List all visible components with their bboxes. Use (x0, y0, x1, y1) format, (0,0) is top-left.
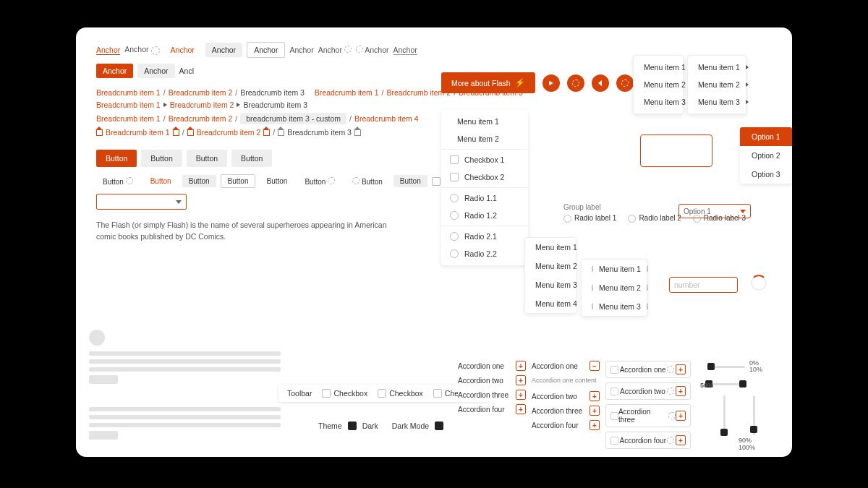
menu-submenu: Menu item 1 Menu item 2 Menu item 3 (687, 55, 746, 114)
settings-button[interactable] (616, 74, 634, 92)
menu-item[interactable]: Menu item 2 (688, 76, 746, 93)
menu-item[interactable]: Menu item 1 (582, 260, 647, 278)
gear-icon (126, 177, 133, 184)
button[interactable]: Button (346, 175, 389, 188)
accordion-item[interactable]: Accordion four+ (532, 420, 600, 430)
menu-item[interactable]: Menu item 2 (582, 278, 647, 297)
home-icon (263, 129, 270, 136)
menu-item[interactable]: Menu item 1 (634, 59, 683, 76)
slider-vertical[interactable]: 90%100% (739, 395, 755, 451)
expand-icon: + (516, 390, 526, 400)
arrow-icon (237, 103, 240, 107)
slider-vertical[interactable] (709, 395, 726, 451)
button[interactable]: Button (298, 175, 341, 188)
menu-item[interactable]: Menu item 1 (525, 238, 576, 257)
button[interactable]: Button (221, 174, 256, 188)
button[interactable]: Button (96, 175, 140, 188)
accordion-group: Accordion one+ Accordion two+ Accordion … (605, 361, 691, 449)
breadcrumb-item[interactable]: Breadcrumb item 1 (96, 88, 161, 97)
breadcrumb-item[interactable]: Breadcrumb item 2 (197, 128, 261, 137)
anchor-button[interactable]: Anchor (137, 64, 174, 78)
accordion-item[interactable]: Accordion one− (532, 361, 600, 371)
menu-item[interactable]: Menu item 2 (525, 257, 576, 275)
anchor-button[interactable]: Anchor (96, 64, 133, 78)
anchor-link[interactable]: Anchor (247, 42, 285, 58)
breadcrumb-item[interactable]: Breadcrumb item 1 (96, 114, 161, 123)
slider[interactable]: 0%10% (709, 360, 762, 373)
button-secondary[interactable]: Button (187, 150, 227, 167)
nav-next-button[interactable] (542, 74, 560, 92)
gear-icon (356, 46, 363, 53)
menu-item[interactable]: Menu item 3 (688, 93, 746, 111)
accordion-item[interactable]: Accordion two+ (458, 375, 526, 385)
settings-button[interactable] (567, 74, 584, 92)
menu-item[interactable]: Menu item 1 (441, 113, 528, 130)
toolbar-checkbox[interactable]: Checkbox (322, 389, 367, 398)
breadcrumb-item[interactable]: Breadcrumb item 1 (315, 88, 379, 97)
breadcrumb-item[interactable]: Breadcrumb item 2 (169, 88, 233, 97)
accordion-item[interactable]: Accordion four+ (458, 404, 526, 414)
menu-item[interactable]: Menu item 4 (525, 294, 576, 313)
accordion-item[interactable]: Accordion one+ (458, 361, 526, 371)
radio[interactable]: Radio label 1 (563, 214, 616, 223)
breadcrumb-item[interactable]: Breadcrumb item 1 (96, 100, 161, 109)
theme-switch[interactable] (435, 421, 443, 430)
button-secondary[interactable]: Button (141, 150, 182, 167)
anchor-link[interactable]: Anchor (318, 46, 352, 54)
accordion-item[interactable]: Accordion four+ (605, 432, 691, 449)
anchor-link[interactable]: Anchor (205, 43, 242, 57)
accordion-item[interactable]: Accordion two+ (605, 382, 691, 400)
menu-iconed: Menu item 1 Menu item 2 Menu item 3 (581, 259, 647, 317)
radio[interactable]: Radio 1.1 (441, 189, 528, 207)
button[interactable]: Button (144, 175, 178, 187)
anchor-link[interactable]: Anchor (393, 46, 417, 55)
breadcrumb-item[interactable]: Breadcrumb item 4 (354, 114, 419, 123)
button[interactable]: Button (182, 175, 216, 187)
breadcrumb-item[interactable]: Breadcrumb item 1 (106, 128, 170, 137)
anchor-link[interactable]: Anchor (289, 46, 313, 54)
accordion-item[interactable]: Accordion one+ (605, 361, 691, 378)
menu-item[interactable]: Menu item 3 (582, 297, 647, 316)
slider[interactable]: 50% (709, 383, 762, 385)
menu-item[interactable]: Menu item 1 (688, 59, 746, 76)
toolbar-checkbox[interactable]: Checkbox (378, 389, 423, 398)
breadcrumb-item[interactable]: Breadcrumb item 2 (170, 100, 234, 109)
expand-icon: + (516, 361, 526, 371)
more-about-flash-button[interactable]: More about Flash (441, 72, 535, 93)
combobox[interactable] (96, 194, 187, 210)
button-secondary[interactable]: Button (231, 150, 272, 167)
breadcrumb-item[interactable]: Breadcrumb item 2 (169, 114, 233, 123)
anchor-link[interactable]: Anchor (96, 46, 120, 55)
menu-item[interactable]: Menu item 2 (634, 76, 683, 93)
accordion-item[interactable]: Accordion three+ (605, 404, 691, 427)
gear-icon (344, 46, 352, 53)
accordion-item[interactable]: Accordion three+ (458, 390, 526, 400)
menu-item[interactable]: Menu item 2 (441, 130, 528, 147)
listbox-option[interactable]: Option 1 (740, 127, 792, 146)
theme-switch[interactable] (348, 421, 357, 430)
gear-icon (328, 177, 335, 184)
radio[interactable]: Radio label 2 (628, 214, 681, 223)
radio[interactable]: Radio 2.1 (441, 228, 528, 245)
button[interactable]: Button (393, 175, 427, 187)
checkbox[interactable]: Checkbox 2 (441, 168, 528, 186)
accordion-item[interactable]: Accordion three+ (532, 406, 600, 416)
listbox-option[interactable]: Option 2 (740, 146, 792, 165)
anchor-link[interactable]: Anchor (356, 46, 389, 54)
accordion-item[interactable]: Accordion two+ (532, 391, 600, 401)
anchor-link[interactable]: Anchor (164, 43, 201, 57)
listbox-option[interactable]: Option 3 (740, 165, 792, 184)
radio[interactable]: Radio 1.2 (441, 207, 528, 224)
flash-description: The Flash (or simply Flash) is the name … (96, 220, 400, 243)
radio[interactable]: Radio 2.2 (441, 245, 528, 262)
menu-item[interactable]: Menu item 3 (525, 275, 576, 294)
select[interactable]: Option 1 (678, 204, 751, 218)
button[interactable]: Button (260, 175, 294, 187)
nav-prev-button[interactable] (592, 74, 609, 92)
expand-icon: + (590, 391, 600, 401)
anchor-link[interactable]: Anchor (124, 45, 159, 54)
number-input[interactable]: number (669, 277, 738, 293)
checkbox[interactable]: Checkbox 1 (441, 151, 528, 168)
menu-item[interactable]: Menu item 3 (634, 93, 683, 111)
button-primary[interactable]: Button (96, 150, 137, 167)
